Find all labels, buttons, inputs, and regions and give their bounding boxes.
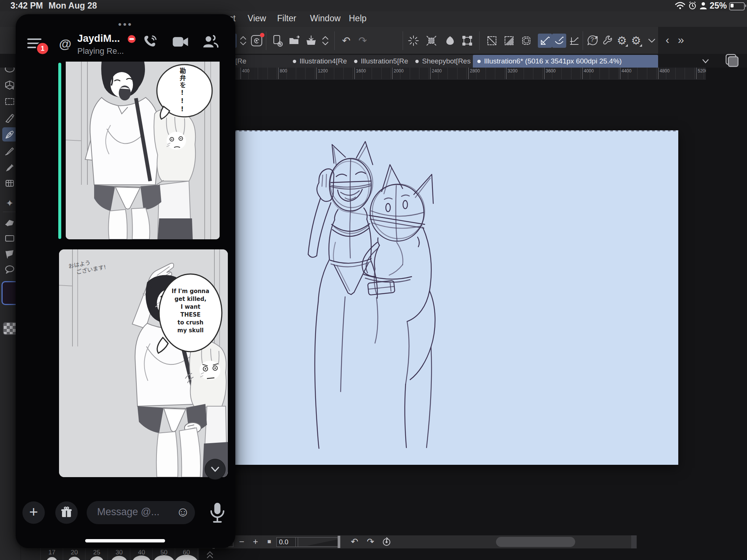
rotate-cw-icon[interactable]: ↷ [365, 536, 376, 547]
menu-item-help[interactable]: Help [349, 13, 366, 24]
snap-spinner-icon[interactable] [406, 34, 421, 48]
emoji-icon[interactable]: ☺ [176, 504, 190, 520]
chat-image-2[interactable]: おはよう ございます! If I'm gonna get killed, I w… [59, 249, 228, 477]
discord-window[interactable]: ••• 1 @ JaydiM... Playing Re... [16, 14, 235, 548]
wrench-icon[interactable] [600, 34, 614, 48]
fit-screen-icon[interactable]: ■ [263, 536, 275, 547]
curve-snap-icon[interactable] [552, 34, 566, 48]
alarm-icon [688, 1, 697, 10]
rotation-value-text: 0.0 [279, 538, 288, 546]
rotation-value[interactable]: 0.0 [276, 537, 298, 547]
message-input[interactable]: Message @... ☺ [87, 501, 195, 524]
save-icon[interactable] [304, 34, 318, 48]
gear-icon[interactable]: ⚙ [615, 34, 629, 48]
canvas-preview-icon[interactable] [725, 53, 740, 68]
ruler-snap-icon[interactable] [538, 34, 552, 48]
attach-button[interactable]: + [22, 501, 45, 524]
rectangle-tool-icon[interactable] [2, 231, 17, 245]
marker-tool-icon[interactable] [2, 160, 17, 174]
ruler-tick [468, 68, 469, 79]
tab-label: Sheepybot[Res [422, 57, 471, 65]
reset-rotation-icon[interactable] [381, 536, 393, 547]
redo-icon[interactable]: ↷ [356, 34, 370, 48]
zoom-in-icon[interactable]: + [249, 536, 261, 547]
drawing-canvas[interactable] [202, 130, 678, 465]
tab-illustration6-active[interactable]: Illustration6* (5016 x 3541px 600dpi 25.… [473, 55, 658, 68]
sparkle-tool-icon[interactable]: ✦ [2, 196, 17, 210]
corner-triangle [625, 44, 628, 47]
toolbar-divider [583, 31, 583, 50]
menu-item-filter[interactable]: Filter [277, 13, 296, 24]
corner-triangle [639, 44, 642, 47]
help-icon[interactable]: ? [586, 34, 600, 48]
status-bar: 3:42 PM Mon Aug 28 25% [0, 0, 747, 11]
tab-illustration4[interactable]: Illustration4[Re [288, 55, 356, 68]
tab-list-chevron-icon[interactable] [700, 56, 711, 66]
scroll-to-bottom-button[interactable] [205, 459, 226, 480]
gear-alt-icon[interactable]: ⚙ [629, 34, 643, 48]
decoration-grid-tool-icon[interactable] [2, 177, 17, 191]
menu-item-window[interactable]: Window [310, 13, 341, 24]
brush-tip-preview [90, 556, 104, 560]
video-call-icon[interactable] [172, 35, 189, 49]
tab-illustration5[interactable]: Illustration5[Re [350, 55, 417, 68]
chevron-down-icon [210, 464, 221, 475]
rotation-slider[interactable] [295, 537, 340, 547]
fill-blob-icon[interactable] [443, 34, 457, 48]
new-file-icon[interactable] [270, 34, 285, 48]
status-date: Mon Aug 28 [49, 1, 97, 11]
save-options-updown-icon[interactable] [318, 34, 332, 48]
pen-nib-tool-icon-selected[interactable] [2, 127, 17, 141]
brush-tool-icon[interactable] [2, 144, 17, 158]
horizontal-scrollbar-thumb[interactable] [496, 537, 575, 547]
invert-selection-icon[interactable] [502, 34, 516, 48]
brush-size-label: 25 [86, 549, 108, 556]
deselect-icon[interactable] [485, 34, 499, 48]
toolbar-divider [403, 31, 403, 50]
zoom-out-icon[interactable]: − [236, 536, 248, 547]
polygon-tool-icon[interactable] [2, 247, 17, 261]
panel-prev-icon[interactable]: ‹ [660, 33, 675, 47]
chat-image-1[interactable]: 勘弁を!!! [66, 62, 220, 239]
selection-border-icon[interactable] [519, 34, 533, 48]
clip-studio-logo-icon[interactable] [249, 34, 264, 48]
snap-area-icon[interactable] [424, 34, 438, 48]
ruler-label: 800 [280, 68, 287, 74]
rotate-ccw-icon[interactable]: ↶ [348, 536, 360, 547]
dm-activity: Playing Re... [77, 46, 124, 56]
operation-tool-icon[interactable] [2, 78, 17, 92]
person-icon [699, 1, 707, 10]
battery-icon [729, 2, 745, 10]
vertical-scrollbar-end[interactable] [631, 535, 636, 548]
transform-icon[interactable] [460, 34, 474, 48]
tab-label: Illustration6* (5016 x 3541px 600dpi 25.… [484, 57, 622, 65]
menu-item-view[interactable]: View [248, 13, 266, 24]
grid-snap-icon[interactable] [567, 34, 581, 48]
expand-panel-chevrons-icon[interactable] [205, 550, 215, 559]
marquee-tool-icon[interactable] [2, 94, 17, 109]
eraser-tool-icon[interactable] [2, 215, 17, 230]
channel-menu-icon[interactable]: 1 [27, 37, 42, 49]
speech-bubble-jp-text: 勘弁を!!! [178, 68, 187, 116]
battery-percent: 25% [710, 1, 727, 11]
toolbar-chevron-down-icon[interactable] [645, 34, 659, 48]
gift-button[interactable] [55, 501, 78, 524]
home-indicator[interactable] [85, 539, 165, 542]
undo-icon[interactable]: ↶ [339, 34, 353, 48]
members-icon[interactable] [202, 34, 219, 49]
dm-title[interactable]: JaydiM... [77, 33, 120, 44]
sketch-left-character [308, 141, 378, 448]
panel-next-icon[interactable]: » [674, 33, 688, 47]
ruler-tick [696, 68, 697, 79]
open-file-icon[interactable] [287, 34, 301, 48]
ruler-label: 2000 [394, 68, 404, 74]
balloon-tool-icon[interactable] [2, 262, 17, 277]
pen-tool-icon[interactable] [2, 111, 17, 125]
stepper-updown-icon[interactable] [236, 34, 250, 48]
brush-tip-preview [111, 556, 127, 560]
voice-call-icon[interactable] [142, 34, 158, 50]
horizontal-ruler[interactable]: 0 400 800 1200 1600 2000 2400 2800 3200 … [201, 68, 706, 80]
tab-sheepybot[interactable]: Sheepybot[Res [411, 55, 479, 68]
voice-message-button[interactable] [208, 502, 226, 523]
rotation-slider-handle[interactable] [338, 536, 340, 548]
